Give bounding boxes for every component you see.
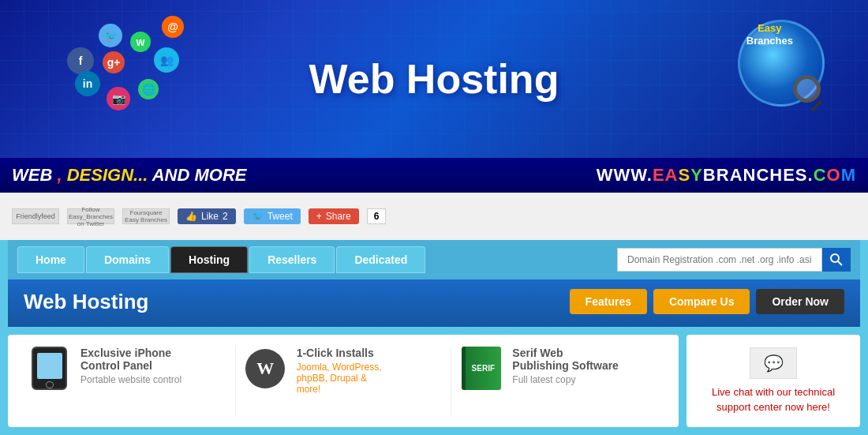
- live-chat-icon: 💬: [750, 347, 797, 379]
- friendlyfeed-icon: Friendlyfeed: [12, 208, 59, 224]
- tab-resellers[interactable]: Resellers: [249, 246, 335, 273]
- twitter-link[interactable]: Follow Easy_Branches on Twitter: [67, 208, 114, 224]
- sidebar: 💬 Live chat with our technical support c…: [687, 335, 860, 427]
- product-iphone-text: Exclusive iPhoneControl Panel Portable w…: [80, 347, 181, 388]
- google-plus-icon: g+: [103, 51, 125, 73]
- product-iphone-title: Exclusive iPhoneControl Panel: [80, 347, 181, 372]
- magnifier-icon: [793, 75, 832, 114]
- banner-bottom-bar: WEB , DESIGN... AND MORE WWW.EASYBRANCHE…: [0, 158, 868, 193]
- products-main: Exclusive iPhoneControl Panel Portable w…: [8, 335, 679, 427]
- foursquare-link[interactable]: Foursquare Easy Branches: [122, 208, 170, 224]
- search-input[interactable]: [617, 248, 822, 272]
- products-section: Exclusive iPhoneControl Panel Portable w…: [8, 327, 860, 427]
- twitter-follow-icon: Follow Easy_Branches on Twitter: [67, 208, 114, 224]
- facebook-icon: f: [67, 47, 94, 74]
- twitter-icon: 🐦: [99, 24, 122, 47]
- vimeo-icon: 👥: [154, 47, 179, 73]
- tab-hosting[interactable]: Hosting: [170, 246, 248, 273]
- tab-home[interactable]: Home: [17, 246, 84, 273]
- search-bar: [617, 248, 851, 272]
- banner-icons: f 🐦 g+ in w 📷 @ 👥 🌐: [59, 8, 185, 134]
- tweet-button[interactable]: 🐦 Tweet: [244, 208, 301, 224]
- svg-line-1: [838, 261, 842, 265]
- easy-branches-logo: Easy Branches: [746, 22, 793, 47]
- product-1click-text: 1-Click Installs Joomla, WordPress,phpBB…: [297, 347, 382, 395]
- live-chat-text[interactable]: Live chat with our technical support cen…: [698, 385, 848, 414]
- blue-panel: Web Hosting Features Compare Us Order No…: [8, 279, 860, 327]
- linkedin-icon: in: [75, 71, 100, 96]
- share-count: 6: [367, 208, 387, 224]
- product-iphone: Exclusive iPhoneControl Panel Portable w…: [20, 347, 236, 415]
- product-serif-subtitle: Full latest copy: [512, 374, 619, 385]
- foursquare-icon: Foursquare Easy Branches: [122, 208, 170, 224]
- iphone-icon: [32, 347, 67, 390]
- globe-icon: 🌐: [138, 79, 159, 99]
- nav-tabs: Home Domains Hosting Resellers Dedicated: [17, 246, 425, 273]
- product-serif: SERIF Serif WebPublishing Software Full …: [451, 347, 667, 415]
- compare-button[interactable]: Compare Us: [653, 289, 750, 314]
- page-wrapper: f 🐦 g+ in w 📷 @ 👥 🌐 Web Hosting Easy Bra…: [0, 0, 868, 435]
- product-iphone-subtitle: Portable website control: [80, 374, 181, 385]
- search-button[interactable]: [822, 248, 851, 272]
- whatsapp-icon: w: [130, 32, 151, 52]
- product-1click: W 1-Click Installs Joomla, WordPress,php…: [236, 347, 452, 415]
- product-serif-text: Serif WebPublishing Software Full latest…: [512, 347, 619, 388]
- friendlyfeed-link[interactable]: Friendlyfeed: [12, 208, 59, 224]
- product-serif-title: Serif WebPublishing Software: [512, 347, 619, 372]
- product-1click-title: 1-Click Installs: [297, 347, 382, 359]
- rss-icon: @: [162, 16, 184, 38]
- features-button[interactable]: Features: [570, 289, 647, 314]
- page-title: Web Hosting: [24, 290, 148, 314]
- banner: f 🐦 g+ in w 📷 @ 👥 🌐 Web Hosting Easy Bra…: [0, 0, 868, 158]
- social-bar: Friendlyfeed Follow Easy_Branches on Twi…: [0, 193, 868, 240]
- web-design-text: WEB , DESIGN... AND MORE: [12, 165, 597, 186]
- wordpress-product-icon: W: [244, 347, 287, 390]
- serif-product-icon: SERIF: [459, 347, 503, 390]
- tab-dedicated[interactable]: Dedicated: [336, 246, 425, 273]
- book-icon: SERIF: [462, 347, 501, 390]
- share-button[interactable]: + Share: [309, 208, 359, 224]
- wp-icon: W: [245, 349, 285, 388]
- main-content: Home Domains Hosting Resellers Dedicated…: [0, 240, 868, 435]
- svg-point-0: [831, 254, 839, 262]
- domain-url-text: WWW.EASYBRANCHES.COM: [597, 165, 856, 186]
- product-1click-subtitle: Joomla, WordPress,phpBB, Drupal &more!: [297, 362, 382, 395]
- facebook-like-button[interactable]: 👍 Like 2: [178, 208, 236, 224]
- tab-domains[interactable]: Domains: [86, 246, 169, 273]
- panel-buttons: Features Compare Us Order Now: [570, 289, 844, 314]
- nav-search-bar: Home Domains Hosting Resellers Dedicated: [8, 240, 860, 279]
- banner-title: Web Hosting: [309, 55, 559, 103]
- banner-globe: Easy Branches: [726, 8, 836, 118]
- iphone-product-icon: [28, 347, 71, 390]
- instagram-icon: 📷: [107, 87, 130, 111]
- order-now-button[interactable]: Order Now: [756, 289, 844, 314]
